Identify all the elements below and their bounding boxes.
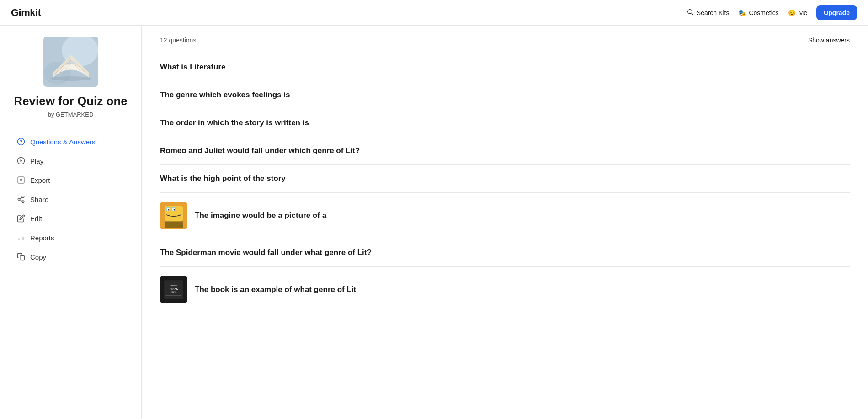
question-text: The book is an example of what genre of … bbox=[195, 285, 356, 294]
edit-label: Edit bbox=[30, 215, 42, 223]
svg-text:FRANK: FRANK bbox=[170, 287, 178, 290]
cosmetics-link[interactable]: 🎭 Cosmetics bbox=[738, 9, 778, 16]
svg-point-15 bbox=[18, 198, 20, 201]
search-kits-link[interactable]: Search Kits bbox=[687, 8, 730, 17]
share-label: Share bbox=[30, 196, 48, 203]
questions-header: 12 questions Show answers bbox=[160, 37, 850, 44]
search-kits-label: Search Kits bbox=[697, 9, 730, 16]
export-icon bbox=[16, 175, 26, 185]
sidebar-item-copy[interactable]: Copy bbox=[11, 248, 130, 266]
question-image: ANNE FRANK HUIS bbox=[160, 276, 187, 303]
svg-text:HUIS: HUIS bbox=[171, 291, 177, 293]
edit-icon bbox=[16, 214, 26, 223]
header: Gimkit Search Kits 🎭 Cosmetics 😊 Me Upgr… bbox=[0, 0, 868, 26]
main-content: 12 questions Show answers What is Litera… bbox=[142, 26, 868, 419]
search-icon bbox=[687, 8, 694, 17]
cosmetics-icon: 🎭 bbox=[738, 9, 746, 16]
question-text: The imagine would be a picture of a bbox=[195, 211, 326, 220]
sidebar-item-reports[interactable]: Reports bbox=[11, 228, 130, 247]
table-row: Romeo and Juliet would fall under which … bbox=[160, 137, 850, 165]
svg-text:ANNE: ANNE bbox=[170, 284, 177, 287]
svg-rect-31 bbox=[165, 222, 183, 228]
header-nav: Search Kits 🎭 Cosmetics 😊 Me Upgrade bbox=[687, 5, 857, 20]
anne-frank-thumbnail: ANNE FRANK HUIS bbox=[160, 276, 187, 303]
questions-answers-label: Questions & Answers bbox=[30, 138, 96, 146]
reports-icon bbox=[16, 233, 26, 242]
question-text: The order in which the story is written … bbox=[160, 118, 309, 127]
export-label: Export bbox=[30, 176, 50, 184]
questions-answers-icon bbox=[16, 137, 26, 146]
question-image bbox=[160, 202, 187, 229]
question-text: The Spiderman movie would fall under wha… bbox=[160, 248, 372, 257]
table-row: What is the high point of the story bbox=[160, 165, 850, 193]
kit-cover-image bbox=[43, 37, 98, 87]
svg-rect-22 bbox=[20, 256, 25, 260]
kit-title: Review for Quiz one bbox=[6, 94, 135, 108]
play-icon bbox=[16, 156, 26, 165]
play-label: Play bbox=[30, 157, 43, 165]
table-row: ANNE FRANK HUIS The book is an example o… bbox=[160, 267, 850, 313]
question-text: What is Literature bbox=[160, 63, 226, 72]
table-row: The imagine would be a picture of a bbox=[160, 193, 850, 239]
sidebar-item-export[interactable]: Export bbox=[11, 171, 130, 189]
upgrade-button[interactable]: Upgrade bbox=[816, 5, 857, 20]
sidebar-navigation: Questions & Answers Play bbox=[0, 133, 141, 267]
copy-label: Copy bbox=[30, 253, 46, 261]
sidebar-item-share[interactable]: Share bbox=[11, 190, 130, 208]
table-row: The Spiderman movie would fall under wha… bbox=[160, 239, 850, 267]
svg-point-0 bbox=[687, 10, 692, 14]
kit-author: by GETMARKED bbox=[48, 111, 94, 118]
svg-point-29 bbox=[168, 209, 170, 211]
share-icon bbox=[16, 195, 26, 204]
question-text: Romeo and Juliet would fall under which … bbox=[160, 146, 360, 155]
svg-rect-10 bbox=[18, 177, 24, 183]
show-answers-button[interactable]: Show answers bbox=[808, 37, 850, 44]
me-icon: 😊 bbox=[788, 9, 796, 16]
table-row: The order in which the story is written … bbox=[160, 109, 850, 137]
svg-rect-38 bbox=[166, 295, 182, 296]
svg-line-18 bbox=[20, 197, 22, 199]
table-row: What is Literature bbox=[160, 53, 850, 81]
me-label: Me bbox=[799, 9, 807, 16]
table-row: The genre which evokes feelings is bbox=[160, 81, 850, 109]
app-layout: Review for Quiz one by GETMARKED Questio… bbox=[0, 26, 868, 419]
spongebob-thumbnail bbox=[160, 202, 187, 229]
reports-label: Reports bbox=[30, 234, 54, 242]
svg-line-17 bbox=[20, 200, 22, 201]
gimkit-logo: Gimkit bbox=[11, 7, 41, 19]
question-text: What is the high point of the story bbox=[160, 174, 286, 183]
svg-point-14 bbox=[22, 196, 24, 198]
sidebar: Review for Quiz one by GETMARKED Questio… bbox=[0, 26, 142, 419]
copy-icon bbox=[16, 252, 26, 261]
question-list: What is Literature The genre which evoke… bbox=[160, 53, 850, 313]
sidebar-item-edit[interactable]: Edit bbox=[11, 209, 130, 228]
questions-count: 12 questions bbox=[160, 37, 196, 44]
sidebar-item-play[interactable]: Play bbox=[11, 152, 130, 170]
svg-point-5 bbox=[50, 76, 91, 81]
question-text: The genre which evokes feelings is bbox=[160, 90, 290, 100]
cosmetics-label: Cosmetics bbox=[749, 9, 778, 16]
svg-point-30 bbox=[174, 209, 175, 211]
me-link[interactable]: 😊 Me bbox=[788, 9, 807, 16]
svg-marker-9 bbox=[21, 159, 23, 162]
sidebar-item-questions-answers[interactable]: Questions & Answers bbox=[11, 133, 130, 151]
svg-line-1 bbox=[692, 13, 693, 15]
svg-point-16 bbox=[22, 201, 24, 203]
